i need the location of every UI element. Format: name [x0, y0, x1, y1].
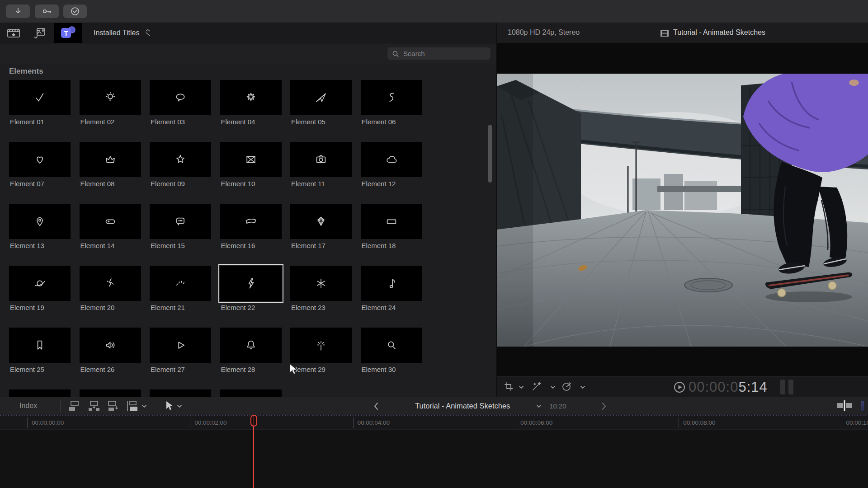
viewer-video — [497, 74, 868, 347]
ruler-tick — [190, 418, 190, 428]
element-tile-partial[interactable] — [150, 389, 211, 397]
element-tile[interactable] — [290, 142, 352, 177]
tool-chevron-icon[interactable] — [177, 404, 182, 408]
dashes-icon — [174, 277, 187, 290]
element-tile[interactable] — [220, 80, 282, 115]
elements-browser: Elements Element 01Element 02Element 03E… — [0, 64, 496, 397]
crop-tool-icon[interactable] — [504, 382, 514, 392]
element-tile[interactable] — [220, 142, 282, 177]
bookmark-icon — [33, 338, 47, 352]
element-tile[interactable] — [80, 328, 141, 363]
trim-precision-icon[interactable] — [837, 400, 853, 412]
element-tile[interactable] — [220, 328, 282, 363]
audio-meter-right[interactable] — [788, 380, 793, 394]
element-tile[interactable] — [150, 142, 211, 177]
timeline-ruler[interactable]: 00:00:00:0000:00:02:0000:00:04:0000:00:0… — [0, 416, 868, 429]
download-button[interactable] — [6, 5, 30, 18]
playhead[interactable] — [250, 415, 257, 488]
play-circle-icon[interactable] — [673, 381, 686, 394]
key-button[interactable] — [35, 5, 59, 18]
ruler-timecode-label: 00:00:08:00 — [683, 419, 715, 426]
element-label: Element 13 — [10, 242, 44, 249]
element-tile[interactable] — [80, 142, 141, 177]
element-label: Element 23 — [291, 304, 326, 311]
connect-edit-icon[interactable] — [68, 400, 80, 412]
element-tile[interactable] — [80, 204, 141, 239]
tab-photos-audio[interactable] — [32, 27, 47, 41]
ruler-tick — [516, 418, 516, 428]
audio-meters-toggle-partial[interactable] — [861, 401, 864, 411]
element-label: Element 16 — [221, 242, 255, 249]
search-field[interactable] — [387, 47, 491, 60]
element-tile[interactable] — [150, 266, 211, 301]
element-tile[interactable] — [80, 266, 141, 301]
timeline-project-title[interactable]: Tutorial - Animated Sketches — [415, 402, 510, 410]
element-tile[interactable] — [361, 142, 422, 177]
index-button[interactable]: Index — [19, 402, 37, 410]
cloud-icon — [385, 153, 398, 166]
project-chevron-icon[interactable] — [536, 404, 542, 408]
element-tile[interactable] — [361, 80, 422, 115]
select-arrow-tool-icon[interactable] — [165, 401, 173, 412]
element-tile[interactable] — [80, 80, 141, 115]
overwrite-edit-icon[interactable] — [126, 400, 139, 412]
tab-media[interactable] — [6, 27, 21, 41]
append-edit-icon[interactable] — [107, 400, 119, 412]
element-label: Element 25 — [10, 366, 44, 373]
search-input[interactable] — [402, 49, 481, 58]
retime-chevron-icon[interactable] — [580, 385, 585, 389]
ruler-timecode-label: 00:00:00:00 — [32, 419, 64, 426]
element-tile-partial[interactable] — [9, 389, 71, 397]
element-tile[interactable] — [290, 328, 352, 363]
element-tile-partial[interactable] — [80, 389, 141, 397]
element-tile[interactable] — [9, 80, 71, 115]
insert-edit-icon[interactable] — [87, 400, 100, 412]
ruler-tick — [679, 418, 679, 428]
element-label: Element 12 — [362, 180, 396, 188]
browser-scrollbar-thumb[interactable] — [488, 125, 492, 183]
element-tile[interactable] — [9, 204, 71, 239]
element-tile[interactable] — [361, 204, 422, 239]
installed-titles-label: Installed Titles — [94, 29, 139, 37]
edit-tools-chevron-icon[interactable] — [142, 404, 147, 408]
audio-meter-left[interactable] — [780, 380, 785, 394]
titles-generators-icon: T — [60, 26, 76, 40]
element-tile-partial[interactable] — [220, 389, 282, 397]
playhead-head[interactable] — [250, 415, 257, 427]
toolbar-divider — [60, 400, 61, 412]
element-label: Element 30 — [362, 366, 396, 373]
updown-chevrons-icon — [145, 28, 151, 37]
retime-gauge-icon[interactable] — [561, 381, 572, 392]
camera-icon — [314, 153, 328, 166]
element-tile[interactable] — [361, 328, 422, 363]
element-tile[interactable] — [9, 142, 71, 177]
enhance-chevron-icon[interactable] — [550, 385, 556, 389]
element-tile[interactable] — [220, 266, 282, 301]
element-tile[interactable] — [290, 80, 352, 115]
dart-icon — [314, 91, 328, 104]
timeline-lanes[interactable] — [0, 429, 868, 488]
media-clapperboard-icon — [6, 27, 21, 39]
element-tile[interactable] — [150, 80, 211, 115]
element-tile[interactable] — [290, 204, 352, 239]
next-project-chevron-icon[interactable] — [601, 402, 607, 410]
element-tile[interactable] — [9, 266, 71, 301]
element-tile[interactable] — [220, 204, 282, 239]
element-tile[interactable] — [150, 204, 211, 239]
element-tile[interactable] — [9, 328, 71, 363]
enhance-wand-icon[interactable] — [531, 381, 543, 392]
squiggle-icon — [385, 91, 398, 104]
pill-icon — [104, 215, 117, 228]
element-tile[interactable] — [150, 328, 211, 363]
filmstrip-icon — [660, 29, 669, 37]
element-tile[interactable] — [290, 266, 352, 301]
element-label: Element 15 — [151, 242, 185, 249]
prev-project-chevron-icon[interactable] — [373, 402, 379, 410]
bubble-dots-icon — [174, 215, 187, 228]
element-tile[interactable] — [361, 266, 422, 301]
crop-chevron-icon[interactable] — [519, 385, 524, 389]
ruler-tick — [27, 418, 28, 428]
tab-titles-generators[interactable]: T — [54, 23, 82, 43]
installed-titles-dropdown[interactable]: Installed Titles — [94, 28, 151, 37]
task-check-button[interactable] — [63, 5, 87, 18]
